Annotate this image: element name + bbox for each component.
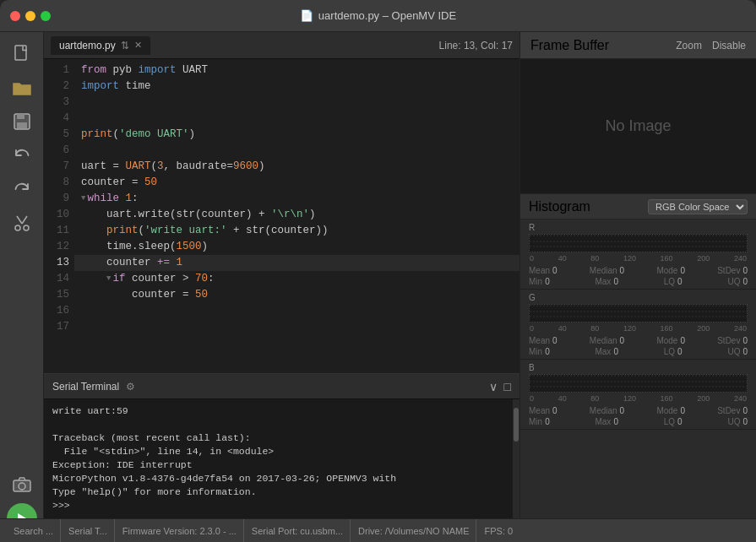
framebuffer-image: No Image — [520, 59, 756, 194]
window-controls — [10, 11, 51, 21]
histogram-colorspace-select[interactable]: RGB Color Space Grayscale LAB Color Spac… — [648, 199, 748, 214]
channel-r-axis: 0 40 80 120 160 200 240 — [529, 254, 748, 263]
right-panel: Frame Buffer Zoom Disable No Image Histo… — [519, 32, 756, 542]
code-lines[interactable]: from pyb import UART import time print('… — [74, 59, 519, 373]
collapse-arrow-9[interactable]: ▼ — [81, 191, 85, 207]
terminal-line-traceback: Traceback (most recent call last): — [52, 431, 504, 445]
terminal-line-1: write uart:59 — [52, 404, 504, 418]
save-file-button[interactable] — [7, 106, 37, 137]
disable-button[interactable]: Disable — [712, 40, 746, 51]
terminal-line-micropython: MicroPython v1.8-4376-g4de7fa54 on 2017-… — [52, 472, 504, 485]
framebuffer-controls: Zoom Disable — [676, 40, 746, 51]
titlebar: 📄 uartdemo.py – OpenMV IDE — [0, 0, 756, 32]
terminal-tab-icons: ⚙ — [126, 381, 135, 393]
code-line-9: ▼ while 1: — [74, 191, 519, 207]
minimize-button[interactable] — [25, 11, 35, 21]
channel-r-stats1: Mean0 Median0 Mode0 StDev0 — [529, 265, 748, 276]
code-line-4 — [74, 111, 519, 127]
terminal-expand[interactable]: □ — [504, 380, 511, 393]
terminal-controls: ∨ □ — [489, 380, 511, 393]
tab-arrows[interactable]: ⇅ — [121, 40, 129, 51]
code-line-14: ▼if counter > 70: — [74, 271, 519, 287]
channel-g-label: G — [529, 293, 748, 302]
line-numbers: 1 2 3 4 5 6 7 8 9 10 11 12 13 14 15 16 1 — [44, 59, 74, 373]
histogram-title: Histogram — [529, 199, 590, 214]
close-button[interactable] — [10, 11, 20, 21]
histogram-header: Histogram RGB Color Space Grayscale LAB … — [520, 194, 756, 220]
framebuffer-title: Frame Buffer — [530, 38, 609, 53]
status-serial-port[interactable]: Serial Port: cu.usbm... — [245, 519, 351, 542]
channel-b-axis: 0 40 80 120 160 200 240 — [529, 394, 748, 403]
code-line-8: counter = 50 — [74, 175, 519, 191]
code-line-12: time.sleep(1500) — [74, 239, 519, 255]
left-toolbar — [0, 32, 44, 542]
code-line-16 — [74, 303, 519, 319]
channel-r-stats2: Min0 Max0 LQ0 UQ0 — [529, 276, 748, 287]
code-line-2: import time — [74, 79, 519, 95]
channel-b-bar — [529, 374, 748, 393]
editor-content: 1 2 3 4 5 6 7 8 9 10 11 12 13 14 15 16 1 — [44, 59, 519, 542]
serial-terminal: Serial Terminal ⚙ ∨ □ write uart:59 — [44, 373, 519, 542]
channel-g-stats1: Mean0 Median0 Mode0 StDev0 — [529, 335, 748, 346]
terminal-line-blank — [52, 418, 504, 431]
channel-b-stats1: Mean0 Median0 Mode0 StDev0 — [529, 405, 748, 416]
code-line-15: counter = 50 — [74, 287, 519, 303]
editor-tab-uartdemo[interactable]: uartdemo.py ⇅ ✕ — [51, 36, 150, 55]
terminal-line-exception: Exception: IDE interrupt — [52, 458, 504, 472]
terminal-line-prompt: >>> — [52, 499, 504, 512]
status-fps: FPS: 0 — [477, 519, 519, 542]
code-line-11: print('write uart:' + str(counter)) — [74, 223, 519, 239]
code-area[interactable]: 1 2 3 4 5 6 7 8 9 10 11 12 13 14 15 16 1 — [44, 59, 519, 373]
terminal-collapse[interactable]: ∨ — [489, 380, 498, 393]
editor-area: uartdemo.py ⇅ ✕ Line: 13, Col: 17 1 2 3 … — [44, 32, 519, 542]
code-line-1: from pyb import UART — [74, 62, 519, 79]
svg-point-4 — [15, 225, 20, 230]
svg-rect-3 — [17, 122, 27, 128]
collapse-arrow-14[interactable]: ▼ — [106, 271, 111, 287]
code-line-3 — [74, 95, 519, 111]
terminal-tab[interactable]: Serial Terminal ⚙ — [52, 381, 135, 393]
status-bar: Search ... Serial T... Firmware Version:… — [0, 518, 756, 542]
main-container: uartdemo.py ⇅ ✕ Line: 13, Col: 17 1 2 3 … — [0, 32, 756, 542]
terminal-scrollbar-thumb[interactable] — [514, 408, 519, 442]
channel-r-block: R 0 40 80 120 160 200 240 — [520, 220, 756, 290]
code-line-6 — [74, 143, 519, 159]
new-file-button[interactable] — [7, 39, 37, 69]
open-file-button[interactable] — [7, 73, 37, 103]
maximize-button[interactable] — [41, 11, 51, 21]
framebuffer-header: Frame Buffer Zoom Disable — [520, 32, 756, 59]
terminal-line-help: Type "help()" for more information. — [52, 485, 504, 499]
channel-g-axis: 0 40 80 120 160 200 240 — [529, 324, 748, 333]
code-line-5: print('demo UART') — [74, 127, 519, 143]
svg-line-6 — [17, 216, 22, 224]
status-firmware[interactable]: Firmware Version: 2.3.0 - ... — [116, 519, 244, 542]
window-title: 📄 uartdemo.py – OpenMV IDE — [300, 9, 456, 22]
undo-button[interactable] — [7, 140, 37, 171]
cut-button[interactable] — [7, 208, 37, 238]
channel-r-bar — [529, 234, 748, 252]
channel-g-bar — [529, 304, 748, 322]
status-serial-t[interactable]: Serial T... — [62, 519, 115, 542]
zoom-button[interactable]: Zoom — [676, 40, 702, 51]
histogram-section: Histogram RGB Color Space Grayscale LAB … — [520, 194, 756, 542]
channel-g-block: G 0 40 80 120 160 200 240 — [520, 290, 756, 360]
terminal-line-file: File "<stdin>", line 14, in <module> — [52, 445, 504, 458]
channel-b-block: B 0 40 80 120 160 200 240 — [520, 360, 756, 430]
code-line-7: uart = UART(3, baudrate=9600) — [74, 159, 519, 175]
camera-button[interactable] — [7, 469, 37, 500]
status-drive[interactable]: Drive: /Volumes/NO NAME — [351, 519, 476, 542]
code-line-17 — [74, 319, 519, 335]
tab-close[interactable]: ✕ — [134, 40, 142, 51]
terminal-icon-1[interactable]: ⚙ — [126, 381, 135, 393]
code-line-10: uart.write(str(counter) + '\r\n') — [74, 207, 519, 223]
editor-tab-bar: uartdemo.py ⇅ ✕ Line: 13, Col: 17 — [44, 32, 519, 59]
svg-rect-2 — [17, 114, 24, 119]
tab-filename: uartdemo.py — [59, 40, 116, 51]
channel-g-stats2: Min0 Max0 LQ0 UQ0 — [529, 346, 748, 357]
status-search[interactable]: Search ... — [7, 519, 61, 542]
no-image-label: No Image — [605, 117, 671, 135]
document-icon: 📄 — [300, 9, 313, 22]
svg-point-5 — [24, 225, 29, 230]
svg-rect-0 — [15, 46, 26, 60]
redo-button[interactable] — [7, 174, 37, 204]
